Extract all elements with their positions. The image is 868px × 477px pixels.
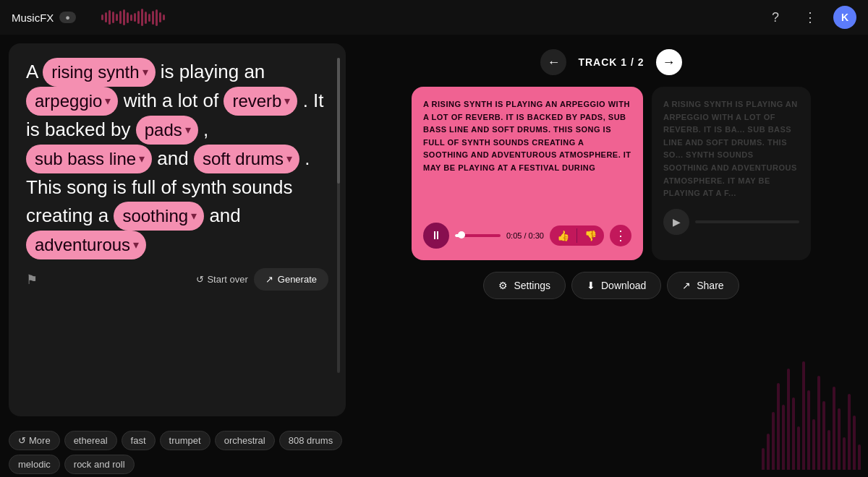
next-icon: →	[663, 55, 676, 70]
prompt-text-and: and	[157, 147, 194, 169]
thumbs-down-icon: 👎	[584, 230, 597, 241]
play-button-2[interactable]: ▶	[663, 209, 689, 235]
download-icon: ⬇	[587, 280, 595, 291]
next-track-button[interactable]: →	[656, 49, 682, 75]
tag-orchestral[interactable]: orchestral	[215, 431, 275, 450]
more-tags-button[interactable]: ↺ More	[9, 431, 60, 450]
track-1-controls: ⏸ 0:05 / 0:30 👍 👎	[423, 223, 631, 249]
settings-button[interactable]: ⚙ Settings	[483, 272, 566, 299]
topbar-left: MusicFX ●	[12, 12, 76, 24]
app-badge: ●	[59, 12, 76, 23]
thumbs-down-button[interactable]: 👎	[577, 225, 604, 246]
generate-button[interactable]: ↗ Generate	[254, 268, 328, 291]
prompt-right-actions: ↺ Start over ↗ Generate	[196, 268, 328, 291]
chip-adventurous[interactable]: adventurous ▾	[26, 231, 146, 259]
prompt-text-comma: ,	[203, 119, 208, 140]
prompt-text-with: with a lot of	[124, 90, 224, 111]
help-icon: ?	[772, 10, 779, 25]
track-label: TRACK 1 / 2	[578, 56, 644, 68]
left-panel: A rising synth ▾ is playing an arpeggio …	[0, 35, 354, 477]
more-icon: ⋮	[804, 9, 817, 25]
chip-sub-bass[interactable]: sub bass line ▾	[26, 145, 152, 173]
pause-icon: ⏸	[430, 229, 442, 242]
chip-chevron-6: ▾	[286, 150, 292, 168]
topbar: MusicFX ● ? ⋮ K	[0, 0, 868, 35]
main-content: A rising synth ▾ is playing an arpeggio …	[0, 35, 868, 477]
progress-fill	[455, 234, 462, 237]
chip-chevron-2: ▾	[105, 93, 111, 110]
flag-button[interactable]: ⚑	[26, 272, 38, 288]
chip-chevron: ▾	[142, 64, 148, 81]
refresh-icon: ↺	[196, 274, 204, 285]
prompt-text-a: A	[26, 61, 43, 82]
chip-chevron-8: ▾	[133, 236, 139, 254]
track-navigation: ← TRACK 1 / 2 →	[540, 49, 681, 75]
chip-pads[interactable]: pads ▾	[136, 116, 198, 145]
more-track-icon: ⋮	[614, 228, 627, 244]
help-button[interactable]: ?	[764, 6, 787, 29]
thumbs-up-icon: 👍	[557, 230, 569, 241]
prev-track-button[interactable]: ←	[540, 49, 566, 75]
track-1-description: A RISING SYNTH IS PLAYING AN ARPEGGIO WI…	[423, 98, 631, 214]
time-display: 0:05 / 0:30	[506, 231, 544, 240]
tag-ethereal[interactable]: ethereal	[64, 431, 117, 450]
refresh-small-icon: ↺	[18, 435, 26, 446]
progress-bar-2	[695, 220, 799, 223]
download-button[interactable]: ⬇ Download	[571, 272, 661, 299]
settings-icon: ⚙	[498, 280, 508, 291]
prev-icon: ←	[547, 55, 560, 70]
waveform-decoration	[101, 6, 165, 29]
track-cards: A RISING SYNTH IS PLAYING AN ARPEGGIO WI…	[362, 87, 861, 260]
start-over-button[interactable]: ↺ Start over	[196, 274, 247, 285]
chip-chevron-7: ▾	[191, 207, 197, 225]
chip-rising-synth[interactable]: rising synth ▾	[43, 58, 155, 87]
thumbs-up-button[interactable]: 👍	[550, 225, 576, 246]
waveform-right-decoration	[762, 332, 868, 477]
scroll-thumb	[337, 58, 340, 184]
bottom-actions: ⚙ Settings ⬇ Download ↗ Share	[483, 272, 739, 299]
thumbs-group: 👍 👎	[550, 225, 604, 246]
progress-bar[interactable]	[455, 234, 501, 237]
right-panel: ← TRACK 1 / 2 → A RISING SYNTH IS PLAYIN…	[354, 35, 868, 477]
chip-chevron-3: ▾	[284, 93, 290, 110]
play-icon: ▶	[673, 216, 681, 228]
tag-trumpet[interactable]: trumpet	[160, 431, 210, 450]
user-avatar-button[interactable]: K	[833, 6, 856, 29]
track-card-2: A RISING SYNTH IS PLAYING AN ARPEGGIO WI…	[652, 87, 811, 260]
track-2-description: A RISING SYNTH IS PLAYING AN ARPEGGIO WI…	[663, 98, 799, 200]
pause-button[interactable]: ⏸	[423, 223, 449, 249]
prompt-text: A rising synth ▾ is playing an arpeggio …	[26, 58, 328, 259]
prompt-text-and2: and	[209, 205, 240, 226]
track-card-1: A RISING SYNTH IS PLAYING AN ARPEGGIO WI…	[412, 87, 643, 260]
prompt-actions: ⚑ ↺ Start over ↗ Generate	[26, 268, 328, 291]
share-button[interactable]: ↗ Share	[667, 272, 739, 299]
tags-row: ↺ More ethereal fast trumpet orchestral …	[0, 425, 354, 477]
scroll-indicator	[337, 58, 340, 373]
prompt-text-is-playing: is playing an	[161, 61, 265, 82]
tag-melodic[interactable]: melodic	[9, 455, 60, 474]
chip-soothing[interactable]: soothing ▾	[114, 202, 204, 231]
track-2-controls: ▶	[663, 209, 799, 235]
chip-chevron-5: ▾	[139, 150, 145, 168]
prompt-card: A rising synth ▾ is playing an arpeggio …	[9, 43, 346, 416]
track-more-button[interactable]: ⋮	[610, 225, 631, 246]
chip-chevron-4: ▾	[185, 121, 191, 139]
tag-rock-and-roll[interactable]: rock and roll	[64, 455, 135, 474]
chip-reverb[interactable]: reverb ▾	[224, 87, 297, 116]
flag-icon: ⚑	[26, 272, 38, 287]
chip-soft-drums[interactable]: soft drums ▾	[194, 145, 299, 173]
generate-icon: ↗	[265, 274, 273, 285]
tag-fast[interactable]: fast	[122, 431, 156, 450]
share-icon: ↗	[682, 280, 691, 291]
more-menu-button[interactable]: ⋮	[799, 6, 822, 29]
app-title: MusicFX	[12, 12, 54, 24]
tag-808-drums[interactable]: 808 drums	[279, 431, 342, 450]
chip-arpeggio[interactable]: arpeggio ▾	[26, 87, 118, 116]
topbar-right: ? ⋮ K	[764, 6, 856, 29]
